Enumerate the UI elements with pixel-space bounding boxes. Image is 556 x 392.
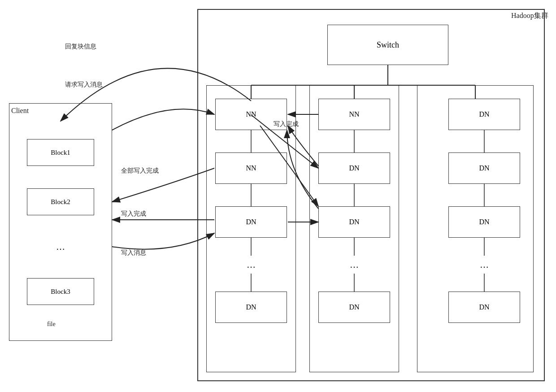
rack2-dn1-box: DN [318, 152, 390, 184]
rack1-nn2-box: NN [215, 152, 287, 184]
rack1-dots-box: … [215, 256, 287, 274]
rack2-dots-box: … [318, 256, 390, 274]
write-msg-label: 写入消息 [121, 249, 146, 257]
write-complete-label: 写入完成 [274, 120, 299, 128]
switch-box: Switch [327, 25, 448, 65]
all-write-done-label: 全部写入完成 [121, 167, 159, 175]
rack1-dn-bottom-box: DN [215, 292, 287, 323]
rack3-dn1-box: DN [448, 99, 520, 130]
rack2-dn-bottom-box: DN [318, 292, 390, 323]
diagram: Hadoop集群 Switch Client file Block1 Block… [0, 0, 556, 392]
dots-box: … [27, 238, 94, 256]
write-done-label: 写入完成 [121, 210, 146, 218]
rack3-dots-box: … [448, 256, 520, 274]
block2-box: Block2 [27, 188, 94, 215]
reply-block-info-label: 回复块信息 [65, 43, 96, 51]
rack1-dn-box: DN [215, 206, 287, 238]
rack3-dn2-box: DN [448, 152, 520, 184]
rack2-dn2-box: DN [318, 206, 390, 238]
block1-box: Block1 [27, 139, 94, 166]
client-label: Client [11, 107, 29, 115]
hadoop-cluster-label: Hadoop集群 [511, 11, 548, 21]
rack3-dn3-box: DN [448, 206, 520, 238]
rack3-dn-bottom-box: DN [448, 292, 520, 323]
block3-box: Block3 [27, 278, 94, 305]
request-write-label: 请求写入消息 [65, 81, 103, 89]
rack2-nn-box: NN [318, 99, 390, 130]
file-label: file [47, 321, 56, 328]
switch-label: Switch [377, 40, 399, 50]
